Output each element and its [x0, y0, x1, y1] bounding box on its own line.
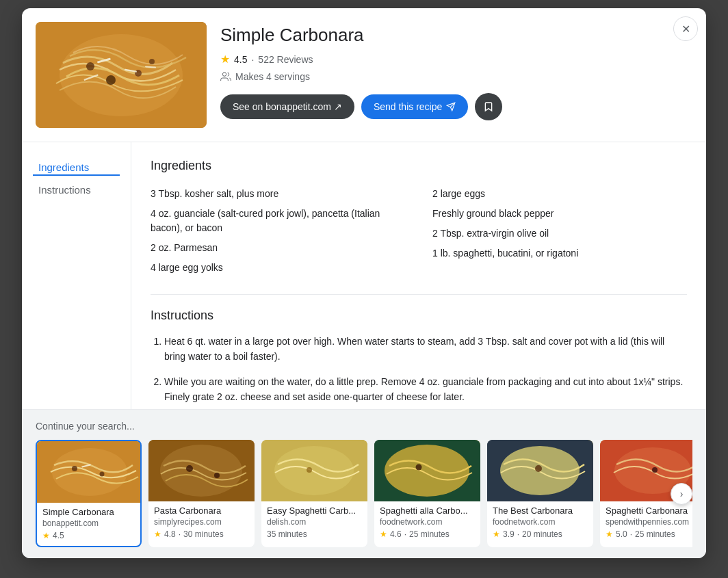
result-card-1[interactable]: Simple Carbonara bonappetit.com ★ 4.5 [36, 440, 142, 547]
result-card-body-1: Simple Carbonara bonappetit.com ★ 4.5 [37, 503, 140, 546]
result-source-1: bonappetit.com [42, 518, 135, 528]
svg-point-10 [222, 73, 226, 76]
svg-point-24 [307, 467, 312, 473]
recipe-header: Simple Carbonara ★ 4.5 · 522 Reviews Mak… [22, 8, 706, 142]
see-on-site-button[interactable]: See on bonappetit.com ↗ [220, 94, 354, 119]
result-rating-2: 4.8 [164, 529, 176, 539]
svg-point-15 [72, 466, 77, 471]
instructions-list: Heat 6 qt. water in a large pot over hig… [151, 334, 687, 409]
result-card-5[interactable]: The Best Carbonara foodnetwork.com ★ 3.9… [487, 440, 593, 547]
recipe-thumbnail [36, 22, 207, 128]
result-name-3: Easy Spaghetti Carb... [267, 505, 362, 516]
result-source-6: spendwithpennies.com [606, 517, 692, 527]
ingredient-item: Freshly ground black pepper [432, 204, 687, 224]
result-meta-5: ★ 3.9 · 20 minutes [493, 529, 588, 539]
result-rating-6: 5.0 [616, 529, 627, 539]
see-on-site-label: See on bonappetit.com ↗ [233, 101, 342, 112]
result-rating-1: 4.5 [53, 531, 64, 540]
recipe-nav: Ingredients Instructions [22, 142, 131, 409]
svg-point-20 [186, 465, 193, 472]
svg-point-4 [106, 75, 116, 85]
continue-search-label: Continue your search... [36, 421, 692, 432]
result-dot-5: · [517, 529, 519, 539]
ingredients-col2: 2 large eggs Freshly ground black pepper… [432, 184, 687, 278]
save-button[interactable] [475, 93, 502, 120]
result-source-4: foodnetwork.com [380, 517, 475, 527]
recipe-main-content: Ingredients 3 Tbsp. kosher salt, plus mo… [131, 142, 706, 409]
recipe-modal: Simple Carbonara ★ 4.5 · 522 Reviews Mak… [22, 8, 706, 558]
rating-separator: · [251, 54, 254, 65]
recipe-content: Ingredients Instructions Ingredients 3 T… [22, 142, 706, 409]
recipe-title: Simple Carbonara [220, 25, 690, 46]
result-meta-6: ★ 5.0 · 25 minutes [606, 529, 692, 539]
svg-point-30 [535, 465, 542, 472]
close-button[interactable]: ✕ [673, 16, 698, 41]
result-meta-4: ★ 4.6 · 25 minutes [380, 529, 475, 539]
svg-point-19 [160, 445, 242, 497]
chevron-right-icon: › [680, 488, 684, 499]
result-name-2: Pasta Carbonara [154, 505, 249, 516]
result-source-5: foodnetwork.com [493, 517, 588, 527]
result-image-5 [487, 440, 593, 501]
result-card-4[interactable]: Spaghetti alla Carbo... foodnetwork.com … [374, 440, 480, 547]
result-rating-5: 3.9 [503, 529, 515, 539]
ingredients-grid: 3 Tbsp. kosher salt, plus more 4 oz. gua… [151, 184, 687, 278]
result-time-3: 35 minutes [267, 529, 307, 539]
svg-point-5 [149, 59, 155, 64]
result-rating-4: 4.6 [390, 529, 402, 539]
svg-point-16 [100, 472, 105, 477]
continue-search-section: Continue your search... [22, 409, 706, 558]
ingredient-item: 4 large egg yolks [151, 258, 405, 278]
reviews-count: 522 Reviews [258, 54, 313, 65]
result-time-4: 25 minutes [409, 529, 450, 539]
result-card-2[interactable]: Pasta Carbonara simplyrecipes.com ★ 4.8 … [148, 440, 255, 547]
result-card-body-2: Pasta Carbonara simplyrecipes.com ★ 4.8 … [148, 501, 255, 544]
ingredients-col1: 3 Tbsp. kosher salt, plus more 4 oz. gua… [151, 184, 405, 278]
close-icon: ✕ [681, 23, 690, 36]
people-icon [220, 71, 231, 82]
result-dot-2: · [179, 529, 181, 539]
send-recipe-button[interactable]: Send this recipe [361, 94, 468, 119]
star-icon: ★ [220, 53, 230, 66]
result-meta-1: ★ 4.5 [42, 531, 135, 540]
recipe-servings: Makes 4 servings [220, 71, 690, 82]
ingredient-item: 2 large eggs [432, 184, 687, 204]
result-time-6: 25 minutes [635, 529, 675, 539]
scroll-next-button[interactable]: › [671, 483, 692, 505]
result-card-3[interactable]: Easy Spaghetti Carb... delish.com 35 min… [261, 440, 367, 547]
result-meta-2: ★ 4.8 · 30 minutes [154, 529, 249, 539]
result-name-5: The Best Carbonara [493, 505, 588, 516]
result-star-5: ★ [493, 529, 500, 539]
result-image-4 [374, 440, 480, 501]
result-meta-3: 35 minutes [267, 529, 362, 539]
svg-point-2 [86, 62, 94, 70]
result-name-4: Spaghetti alla Carbo... [380, 505, 475, 516]
bookmark-icon [483, 101, 494, 112]
nav-ingredients[interactable]: Ingredients [33, 159, 120, 176]
result-dot-6: · [630, 529, 632, 539]
ingredient-item: 3 Tbsp. kosher salt, plus more [151, 184, 405, 204]
send-recipe-label: Send this recipe [374, 101, 442, 112]
svg-point-21 [214, 473, 220, 478]
svg-point-33 [652, 467, 658, 473]
result-card-body-4: Spaghetti alla Carbo... foodnetwork.com … [374, 501, 480, 544]
recipe-actions: See on bonappetit.com ↗ Send this recipe [220, 93, 690, 120]
result-source-2: simplyrecipes.com [154, 517, 249, 527]
result-card-body-3: Easy Spaghetti Carb... delish.com 35 min… [261, 501, 367, 544]
instruction-step-2: While you are waiting on the water, do a… [164, 374, 687, 405]
ingredient-item: 2 oz. Parmesan [151, 238, 405, 258]
ingredient-item: 4 oz. guanciale (salt-cured pork jowl), … [151, 204, 405, 238]
result-image-1 [37, 441, 140, 503]
result-star-1: ★ [42, 531, 50, 540]
rating-value: 4.5 [234, 54, 247, 65]
result-star-2: ★ [154, 529, 161, 539]
send-icon [446, 102, 456, 111]
result-image-3 [261, 440, 367, 501]
result-card-body-5: The Best Carbonara foodnetwork.com ★ 3.9… [487, 501, 593, 544]
results-scroll: Simple Carbonara bonappetit.com ★ 4.5 [36, 440, 692, 547]
result-star-4: ★ [380, 529, 387, 539]
result-time-5: 20 minutes [522, 529, 562, 539]
result-source-3: delish.com [267, 517, 362, 527]
nav-instructions[interactable]: Instructions [33, 181, 120, 198]
ingredient-item: 1 lb. spaghetti, bucatini, or rigatoni [432, 244, 687, 263]
